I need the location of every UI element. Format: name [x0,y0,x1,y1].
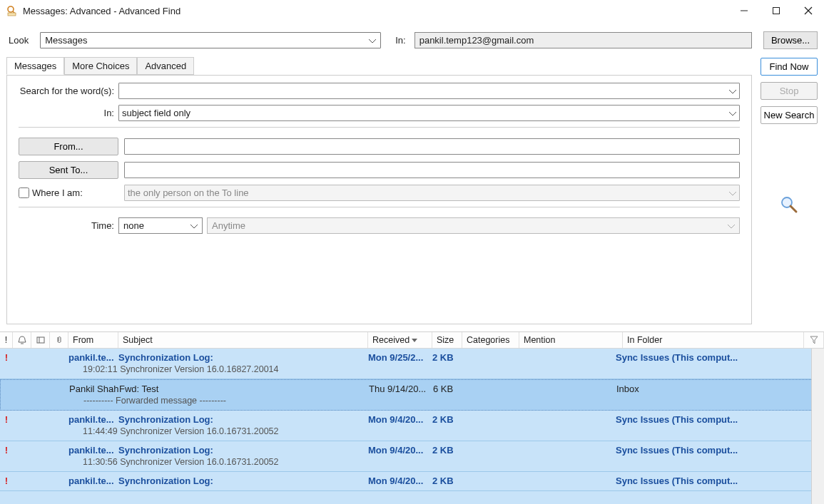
row-folder: Sync Issues (This comput... [616,414,824,425]
separator [19,207,740,207]
row-preview: 19:02:11 Synchronizer Version 16.0.16827… [0,364,824,374]
search-words-label: Search for the word(s): [19,86,118,96]
where-value: the only person on the To line [128,187,249,198]
row-folder: Inbox [616,384,823,394]
svg-rect-4 [773,8,779,14]
app-icon [6,4,19,17]
form-panel: Search for the word(s): In: subject fiel… [6,75,752,324]
col-size[interactable]: Size [432,332,462,348]
from-input[interactable] [124,138,740,155]
row-size: 2 KB [432,414,462,425]
time-value: Anytime [212,220,245,231]
row-received: Mon 9/4/20... [368,445,432,456]
row-received: Mon 9/25/2... [368,352,432,363]
col-from[interactable]: From [68,332,118,348]
col-icon[interactable] [31,332,50,348]
result-row[interactable]: !pankil.te...Synchronization Log:Mon 9/2… [0,349,824,379]
row-folder: Sync Issues (This comput... [616,475,824,486]
look-select[interactable]: Messages [40,32,381,48]
tab-more-choices[interactable]: More Choices [64,57,137,75]
row-subject: Fwd: Test [119,384,369,394]
row-folder: Sync Issues (This comput... [616,445,824,456]
time-select-value: none [123,220,144,231]
col-importance[interactable]: ! [0,332,13,348]
row-received: Mon 9/4/20... [368,475,432,486]
search-words-input[interactable] [118,83,740,99]
col-filter[interactable] [804,332,824,348]
row-from: Pankil Shah [69,384,119,394]
lookup-row: Look Messages In: pankil.temp123@gmail.c… [0,21,824,49]
time-select[interactable]: none [118,217,203,234]
row-size: 2 KB [432,475,462,486]
tab-messages[interactable]: Messages [6,57,64,75]
col-subject[interactable]: Subject [118,332,368,348]
in-folder-field[interactable]: pankil.temp123@gmail.com [414,32,752,48]
tabs: Messages More Choices Advanced [6,57,752,75]
chevron-down-icon [725,221,735,231]
sent-to-button[interactable]: Sent To... [19,161,118,179]
vertical-scrollbar[interactable] [811,349,824,504]
col-categories[interactable]: Categories [462,332,519,348]
result-row[interactable]: !pankil.te...Synchronization Log:Mon 9/4… [0,411,824,441]
row-size: 6 KB [433,384,463,394]
where-i-am-checkbox[interactable] [19,187,29,198]
browse-button[interactable]: Browse... [763,31,818,49]
minimize-button[interactable] [728,0,760,21]
row-preview: ---------- Forwarded message --------- [1,396,823,406]
row-subject: Synchronization Log: [118,475,368,486]
col-attachment[interactable] [50,332,68,348]
stop-button: Stop [761,82,818,100]
row-received: Mon 9/4/20... [368,414,432,425]
row-from: pankil.te... [68,414,118,425]
chevron-down-icon [188,221,198,231]
row-folder: Sync Issues (This comput... [616,352,824,363]
new-search-button[interactable]: New Search [761,106,818,124]
results-list: !pankil.te...Synchronization Log:Mon 9/2… [0,349,824,491]
side-buttons: Find Now Stop New Search [761,58,818,324]
row-subject: Synchronization Log: [118,445,368,456]
where-select: the only person on the To line [124,185,740,201]
close-button[interactable] [792,0,824,21]
from-button[interactable]: From... [19,138,118,155]
row-preview: 11:44:49 Synchronizer Version 16.0.16731… [0,426,824,436]
importance-icon: ! [0,352,13,363]
col-mention[interactable]: Mention [519,332,623,348]
look-label: Look [9,35,33,46]
chevron-down-icon [726,108,736,118]
chevron-down-icon [726,188,736,198]
time-label: Time: [19,220,118,231]
tab-advanced[interactable]: Advanced [137,57,194,75]
row-from: pankil.te... [68,352,118,363]
sent-to-input[interactable] [124,162,740,178]
in-field-select[interactable]: subject field only [118,105,740,121]
col-received[interactable]: Received [368,332,432,348]
row-received: Thu 9/14/20... [369,384,433,394]
results-panel: ! From Subject Received Size Categories … [0,331,824,504]
row-from: pankil.te... [68,445,118,456]
time-value-select: Anytime [207,217,740,234]
main-area: Messages More Choices Advanced Search fo… [0,49,824,331]
titlebar: Messages: Advanced - Advanced Find [0,0,824,21]
chevron-down-icon [726,86,736,96]
col-in-folder[interactable]: In Folder [623,332,804,348]
result-row[interactable]: Pankil ShahFwd: TestThu 9/14/20...6 KBIn… [0,379,824,411]
magnifier-icon [779,195,799,217]
in-label: In: [388,35,407,46]
result-row[interactable]: !pankil.te...Synchronization Log:Mon 9/4… [0,472,824,491]
row-subject: Synchronization Log: [118,414,368,425]
col-reminder[interactable] [13,332,31,348]
in-value: pankil.temp123@gmail.com [419,35,534,46]
find-now-button[interactable]: Find Now [761,58,818,76]
in-field-label: In: [19,108,118,118]
maximize-button[interactable] [760,0,792,21]
separator [19,127,740,128]
svg-point-0 [8,6,14,12]
importance-icon: ! [0,445,13,456]
row-size: 2 KB [432,352,462,363]
svg-rect-10 [37,337,44,343]
result-row[interactable]: !pankil.te...Synchronization Log:Mon 9/4… [0,441,824,472]
in-field-value: subject field only [122,108,190,118]
svg-rect-2 [8,13,16,16]
importance-icon: ! [0,414,13,425]
results-header: ! From Subject Received Size Categories … [0,332,824,349]
